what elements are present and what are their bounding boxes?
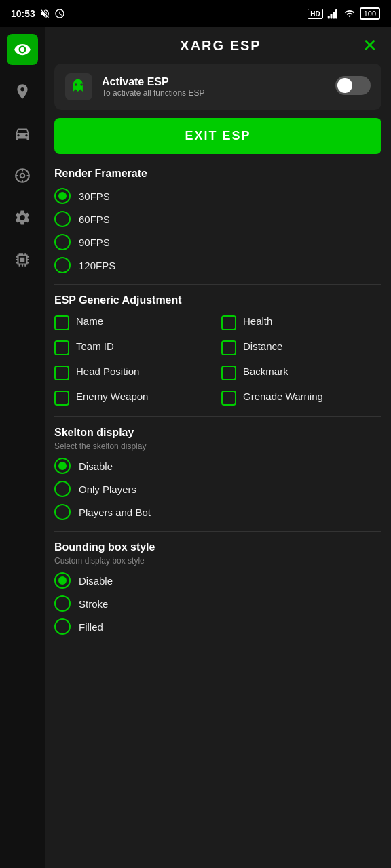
skelton-disable-radio[interactable]	[54, 458, 71, 474]
divider-2	[54, 416, 381, 417]
status-bar: 10:53 HD 100	[0, 0, 391, 27]
checkbox-teamid-box[interactable]	[54, 340, 69, 355]
skelton-disable-option[interactable]: Disable	[54, 458, 381, 474]
bounding-box-title: Bounding box style	[54, 541, 381, 553]
bbox-stroke-radio[interactable]	[54, 595, 71, 612]
divider-1	[54, 284, 381, 285]
skelton-players-option[interactable]: Only Players	[54, 481, 381, 497]
checkbox-grenadewarning-box[interactable]	[221, 391, 236, 406]
fps-60-radio[interactable]	[54, 211, 71, 227]
checkbox-backmark-label: Backmark	[243, 365, 288, 378]
checkbox-enemyweapon[interactable]: Enemy Weapon	[54, 390, 215, 406]
bounding-box-subtitle: Custom display box style	[54, 556, 381, 566]
ghost-icon	[69, 77, 88, 96]
hd-badge: HD	[308, 9, 322, 19]
app-title: XARG ESP	[180, 38, 261, 54]
skelton-playersbot-option[interactable]: Players and Bot	[54, 504, 381, 520]
checkbox-teamid-label: Team ID	[76, 340, 114, 353]
checkbox-name-box[interactable]	[54, 315, 69, 330]
fps-60-option[interactable]: 60FPS	[54, 211, 381, 227]
fps-120-label: 120FPS	[79, 260, 115, 271]
wifi-icon	[343, 8, 356, 19]
activate-esp-subtitle: To activate all functions ESP	[102, 88, 204, 98]
time-display: 10:53	[11, 8, 35, 19]
activate-esp-card: Activate ESP To activate all functions E…	[54, 64, 381, 110]
checkbox-grenadewarning[interactable]: Grenade Warning	[221, 390, 381, 406]
status-left: 10:53	[11, 8, 65, 19]
checkbox-headposition[interactable]: Head Position	[54, 365, 215, 380]
bbox-disable-radio[interactable]	[54, 572, 71, 589]
fps-120-radio[interactable]	[54, 257, 71, 273]
skelton-subtitle: Select the skelton display	[54, 441, 381, 451]
skelton-title: Skelton display	[54, 427, 381, 439]
bounding-box-radio-group: Disable Stroke Filled	[54, 572, 381, 635]
sidebar-item-vehicle[interactable]	[7, 118, 38, 149]
battery-indicator: 100	[360, 7, 380, 20]
sidebar-item-chip[interactable]	[7, 244, 38, 275]
bbox-stroke-option[interactable]: Stroke	[54, 595, 381, 612]
skelton-players-radio[interactable]	[54, 481, 71, 497]
skelton-disable-label: Disable	[79, 460, 113, 472]
content-area: Activate ESP To activate all functions E…	[45, 64, 391, 868]
status-right: HD 100	[308, 7, 380, 20]
bbox-filled-option[interactable]: Filled	[54, 618, 381, 635]
checkbox-enemyweapon-label: Enemy Weapon	[76, 390, 148, 403]
fps-30-radio[interactable]	[54, 188, 71, 204]
bbox-stroke-label: Stroke	[79, 598, 108, 610]
bbox-filled-label: Filled	[79, 621, 103, 633]
render-framerate-title: Render Framerate	[54, 167, 381, 180]
esp-checkbox-grid: Name Health Team ID Distance	[54, 315, 381, 406]
esp-generic-title: ESP Generic Adjustment	[54, 294, 381, 307]
close-button[interactable]: ✕	[362, 37, 377, 54]
checkbox-name-label: Name	[76, 315, 103, 328]
fps-30-option[interactable]: 30FPS	[54, 188, 381, 204]
location-icon	[14, 83, 31, 100]
app-header: XARG ESP ✕	[45, 27, 391, 64]
checkbox-headposition-box[interactable]	[54, 366, 69, 380]
fps-120-option[interactable]: 120FPS	[54, 257, 381, 273]
activate-esp-icon	[65, 73, 92, 100]
checkbox-distance-box[interactable]	[221, 340, 236, 355]
skelton-players-label: Only Players	[79, 484, 136, 495]
fps-90-radio[interactable]	[54, 234, 71, 250]
skelton-display-section: Skelton display Select the skelton displ…	[54, 427, 381, 520]
activate-esp-toggle[interactable]	[335, 76, 371, 98]
svg-rect-3	[335, 9, 337, 19]
main-content: XARG ESP ✕ Activate ESP To activate all …	[45, 27, 391, 868]
esp-generic-section: ESP Generic Adjustment Name Health Team …	[54, 294, 381, 406]
activate-esp-toggle-label[interactable]	[335, 76, 371, 95]
target-icon	[14, 167, 31, 184]
checkbox-grenadewarning-label: Grenade Warning	[243, 390, 323, 403]
skelton-playersbot-label: Players and Bot	[79, 507, 151, 518]
activate-esp-title: Activate ESP	[102, 76, 204, 88]
fps-90-option[interactable]: 90FPS	[54, 234, 381, 250]
checkbox-health-box[interactable]	[221, 315, 236, 330]
checkbox-health-label: Health	[243, 315, 272, 328]
alarm-icon	[54, 8, 65, 19]
checkbox-headposition-label: Head Position	[76, 365, 139, 378]
skelton-radio-group: Disable Only Players Players and Bot	[54, 458, 381, 520]
checkbox-teamid[interactable]: Team ID	[54, 340, 215, 355]
svg-rect-0	[327, 16, 329, 19]
sidebar-item-settings[interactable]	[7, 202, 38, 233]
fps-60-label: 60FPS	[79, 214, 110, 225]
bbox-disable-option[interactable]: Disable	[54, 572, 381, 589]
chip-icon	[14, 251, 31, 269]
sidebar-item-esp[interactable]	[7, 34, 38, 65]
checkbox-distance[interactable]: Distance	[221, 340, 381, 355]
exit-esp-button[interactable]: EXIT ESP	[54, 118, 381, 154]
checkbox-name[interactable]: Name	[54, 315, 215, 330]
svg-rect-1	[330, 14, 332, 19]
bbox-filled-radio[interactable]	[54, 618, 71, 635]
checkbox-backmark-box[interactable]	[221, 366, 236, 380]
checkbox-health[interactable]: Health	[221, 315, 381, 330]
divider-3	[54, 531, 381, 532]
skelton-playersbot-radio[interactable]	[54, 504, 71, 520]
render-framerate-section: Render Framerate 30FPS 60FPS 90FPS	[54, 167, 381, 273]
car-icon	[14, 125, 31, 142]
checkbox-backmark[interactable]: Backmark	[221, 365, 381, 380]
sidebar-item-target[interactable]	[7, 160, 38, 191]
eye-icon	[14, 41, 31, 58]
sidebar-item-location[interactable]	[7, 76, 38, 107]
checkbox-enemyweapon-box[interactable]	[54, 391, 69, 406]
